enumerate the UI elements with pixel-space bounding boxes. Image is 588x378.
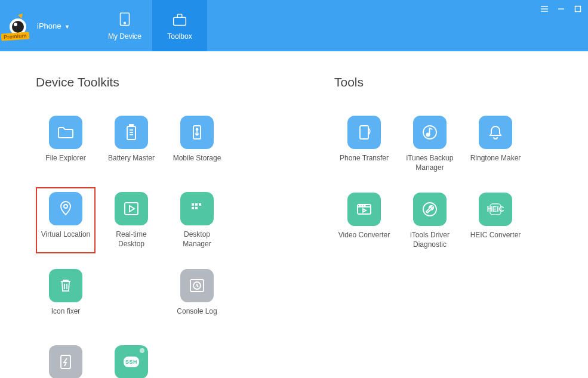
trash-icon xyxy=(49,269,82,302)
play-icon xyxy=(115,192,148,225)
tile-driver-diagnostic[interactable]: iTools Driver Diagnostic xyxy=(400,188,460,254)
transfer-icon xyxy=(347,116,381,149)
tab-my-device-label: My Device xyxy=(108,32,141,41)
usb-icon xyxy=(180,116,214,149)
tile-label: Real-time Desktop xyxy=(104,230,159,249)
tile-phone-transfer[interactable]: Phone Transfer xyxy=(334,111,394,177)
tile-mobile-storage[interactable]: Mobile Storage xyxy=(167,111,227,176)
svg-point-18 xyxy=(64,205,67,208)
crash-icon xyxy=(49,345,82,378)
svg-rect-24 xyxy=(192,207,194,209)
section-tools: Tools Phone Transfer iTunes Backup Manag… xyxy=(334,75,531,378)
svg-point-1 xyxy=(12,21,24,33)
section-title-device-toolkits: Device Toolkits xyxy=(36,75,287,89)
svg-rect-5 xyxy=(174,17,186,25)
tile-label: iTunes Backup Manager xyxy=(402,154,457,172)
svg-rect-39 xyxy=(490,204,501,215)
device-toolkits-grid: File Explorer Battery Master Mobile Stor… xyxy=(36,111,287,378)
tile-console-log[interactable]: Console Log xyxy=(167,264,227,330)
menu-icon[interactable] xyxy=(540,5,549,13)
maximize-icon[interactable] xyxy=(574,5,582,13)
svg-point-38 xyxy=(423,203,436,216)
svg-marker-37 xyxy=(363,209,366,212)
svg-point-36 xyxy=(364,205,365,206)
app-logo: Premium xyxy=(5,13,31,39)
tile-ringtone-maker[interactable]: Ringtone Maker xyxy=(466,111,525,177)
premium-badge: Premium xyxy=(1,32,29,41)
svg-rect-12 xyxy=(130,125,133,126)
svg-point-4 xyxy=(124,22,126,24)
tab-my-device[interactable]: My Device xyxy=(97,0,152,51)
tab-toolbox[interactable]: Toolbox xyxy=(152,0,207,51)
music-backup-icon xyxy=(413,116,447,149)
tile-label: Desktop Manager xyxy=(170,230,224,249)
svg-point-17 xyxy=(196,129,198,131)
tile-label: Icon fixer xyxy=(51,307,81,325)
bell-icon xyxy=(479,116,512,149)
svg-rect-21 xyxy=(192,203,194,206)
svg-point-35 xyxy=(362,205,363,206)
tile-label: Ringtone Maker xyxy=(470,154,521,172)
tools-grid: Phone Transfer iTunes Backup Manager Rin… xyxy=(334,111,531,254)
svg-rect-23 xyxy=(199,203,201,206)
wrench-icon xyxy=(413,193,447,226)
tile-itunes-backup[interactable]: iTunes Backup Manager xyxy=(400,111,460,177)
section-device-toolkits: Device Toolkits File Explorer Battery Ma… xyxy=(36,75,287,378)
tile-label: Mobile Storage xyxy=(173,154,221,172)
svg-rect-25 xyxy=(195,207,198,209)
tile-crash-reports[interactable]: Crash Reports xyxy=(36,340,96,378)
svg-point-2 xyxy=(14,23,17,26)
tile-label: Phone Transfer xyxy=(340,154,389,172)
minimize-icon[interactable] xyxy=(557,5,565,13)
location-pin-icon xyxy=(49,192,82,225)
battery-icon xyxy=(115,116,148,149)
heic-icon: HEIC xyxy=(479,193,512,226)
tile-virtual-location[interactable]: Virtual Location xyxy=(36,187,96,253)
svg-rect-22 xyxy=(195,203,198,206)
device-selector-label: iPhone xyxy=(37,21,61,30)
tile-heic-converter[interactable]: HEIC HEIC Converter xyxy=(466,188,525,254)
content-area: Device Toolkits File Explorer Battery Ma… xyxy=(0,51,588,378)
tile-battery-master[interactable]: Battery Master xyxy=(101,111,161,176)
tile-video-converter[interactable]: Video Converter xyxy=(334,188,394,254)
svg-rect-19 xyxy=(125,203,138,215)
chevron-down-icon: ▼ xyxy=(64,24,70,30)
svg-marker-20 xyxy=(130,206,134,212)
titlebar: Premium iPhone ▼ My Device Toolbox xyxy=(0,0,588,51)
tile-ssh-tunnel[interactable]: SSH SSH Tunnel xyxy=(101,340,161,378)
tile-label: Console Log xyxy=(177,307,217,325)
tile-label: Battery Master xyxy=(108,154,155,172)
tile-desktop-manager[interactable]: Desktop Manager xyxy=(167,187,227,253)
tile-realtime-desktop[interactable]: Real-time Desktop xyxy=(101,187,161,253)
tile-label: iTools Driver Diagnostic xyxy=(402,231,457,249)
tile-label: Video Converter xyxy=(338,231,390,249)
tile-file-explorer[interactable]: File Explorer xyxy=(36,111,96,176)
svg-rect-29 xyxy=(360,126,368,139)
video-icon xyxy=(347,193,381,226)
device-selector[interactable]: iPhone ▼ xyxy=(37,21,70,30)
svg-rect-28 xyxy=(61,355,70,368)
brand-area: Premium iPhone ▼ xyxy=(0,0,79,51)
clock-icon xyxy=(180,269,214,302)
window-controls xyxy=(540,5,582,13)
svg-point-34 xyxy=(359,205,361,206)
tile-label: HEIC Converter xyxy=(470,231,521,249)
section-title-tools: Tools xyxy=(334,75,531,89)
svg-rect-11 xyxy=(127,126,136,140)
nav-tabs: My Device Toolbox xyxy=(97,0,207,51)
tile-icon-fixer[interactable]: Icon fixer xyxy=(36,264,96,330)
ssh-icon: SSH xyxy=(115,345,148,378)
folder-icon xyxy=(49,116,82,149)
tile-label: Virtual Location xyxy=(41,230,91,248)
svg-rect-10 xyxy=(575,7,581,12)
tile-label: File Explorer xyxy=(45,154,85,172)
tab-toolbox-label: Toolbox xyxy=(167,32,192,41)
grid-icon xyxy=(180,192,214,225)
